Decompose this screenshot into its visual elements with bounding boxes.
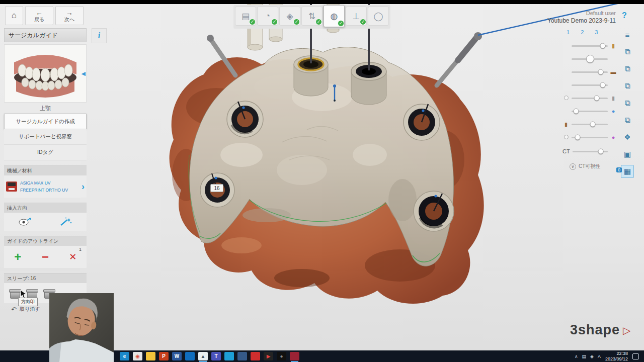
slider-knob-sleeve-height[interactable] (600, 43, 605, 49)
paint-tool-icon: ▣ (624, 150, 631, 159)
check-icon: ✓ (271, 19, 278, 25)
slider-row-sleeve-height: ▮ (562, 39, 617, 52)
ct-slider-knob[interactable] (598, 149, 604, 154)
taskbar-icon-teams[interactable]: T (211, 352, 221, 360)
preview-flip-arrow-icon[interactable]: ◀ (82, 70, 86, 77)
gray-cyl-icon: ▮ (610, 96, 617, 101)
view-direction-button[interactable] (4, 213, 45, 231)
ct-slider-track[interactable] (573, 151, 608, 152)
copy-view-1-icon: ⧉ (625, 64, 630, 73)
ct-visibility-toggle[interactable]: ∨ CT可視性 (562, 163, 617, 170)
snapshot-panel-button[interactable]: ⧉ (621, 45, 634, 58)
add-outline-button[interactable]: + (4, 251, 32, 263)
slider-track-cylinder-visibility[interactable] (572, 98, 608, 99)
slider-knob-cylinder-visibility[interactable] (594, 96, 600, 101)
3d-viewport[interactable]: 16 (87, 4, 644, 350)
paint-tool-button[interactable]: ▣ (621, 148, 634, 161)
insertion-direction-header: 挿入方向 (4, 203, 87, 213)
copy-view-4-button[interactable]: ⧉ (621, 114, 634, 127)
slider-knob-pin-length[interactable] (598, 69, 603, 75)
delete-outline-button[interactable]: ✕ 1 (59, 252, 87, 261)
next-arrow-icon: → (66, 9, 73, 16)
workflow-step-finalize[interactable]: ◯ (368, 7, 389, 26)
home-button[interactable]: ⌂ (5, 6, 23, 25)
next-button[interactable]: → 次へ (55, 6, 84, 25)
side-toolbar: ≡⧉⧉⧉⧉⧉❖▣▦0 (621, 28, 635, 182)
taskbar-icon-3shape-dental-system[interactable]: ▲ (198, 352, 208, 360)
remove-outline-button[interactable]: − (32, 251, 59, 263)
color-drop-button[interactable]: ❖ (621, 131, 634, 144)
info-button[interactable]: i (92, 28, 107, 43)
workflow-step-model-align[interactable]: ◈✓ (279, 7, 300, 26)
copy-view-2-button[interactable]: ⧉ (621, 79, 634, 93)
tray-icon-0[interactable]: ∧ (575, 354, 578, 359)
slider-track-sphere-visibility[interactable] (572, 111, 608, 112)
slider-knob-color-visibility[interactable] (575, 135, 580, 140)
taskbar-icon-chrome[interactable]: ◉ (133, 352, 142, 360)
slider-track-rod-visibility[interactable] (572, 124, 608, 125)
workflow-step-surgical-guide[interactable]: ◍✓ (324, 5, 345, 27)
slider-row-rod-visibility: ▮ (562, 118, 617, 131)
taskbar-icon-powerpoint[interactable]: P (159, 352, 169, 360)
back-button[interactable]: ← 戻る (25, 6, 53, 25)
machine-material-header: 機械／材料 (4, 165, 87, 175)
taskbar-icon-obs-studio[interactable]: ● (277, 352, 286, 360)
slider-row-model-opacity (562, 52, 617, 65)
notification-icon[interactable] (632, 353, 639, 359)
check-icon: ✓ (249, 19, 256, 25)
menu-item-create-guide[interactable]: サージカルガイドの作成 (4, 114, 87, 129)
slider-track-guide-offset[interactable] (572, 84, 608, 86)
menu-item-support-bar[interactable]: サポートバーと視界窓 (4, 129, 87, 145)
view-tab-2[interactable]: 2 (581, 29, 584, 35)
taskbar-icon-mail[interactable] (185, 352, 195, 360)
auto-direction-button[interactable] (45, 213, 87, 231)
taskbar-icon-screen-recorder[interactable] (251, 352, 260, 360)
tray-icon-2[interactable]: ◈ (590, 354, 594, 359)
implant-plan-icon: ⇅ (308, 11, 315, 22)
view-tab-3[interactable]: 3 (595, 29, 598, 35)
jaw-preview[interactable]: ◀ (4, 44, 87, 103)
slider-knob-guide-offset[interactable] (600, 82, 605, 88)
copy-view-3-button[interactable]: ⧉ (621, 97, 634, 110)
slider-knob-sphere-visibility[interactable] (573, 109, 579, 114)
taskbar-icon-photos[interactable] (237, 352, 247, 360)
slider-knob-rod-visibility[interactable] (590, 122, 595, 127)
help-button[interactable]: ? (620, 11, 629, 20)
workflow-step-order-form[interactable]: ▤✓ (235, 7, 256, 26)
radio-cylinder-visibility[interactable] (564, 96, 569, 100)
tray-icon-1[interactable]: ▤ (582, 354, 587, 359)
ct-visibility-label: CT可視性 (579, 163, 600, 170)
workflow-step-implant-plan[interactable]: ⇅✓ (301, 7, 323, 26)
sidebar-title: サージカルガイド (4, 28, 87, 42)
view-tab-1[interactable]: 1 (567, 29, 570, 35)
sleeve-header: スリーブ: 16 (4, 273, 87, 283)
menu-item-id-tag[interactable]: IDタグ (4, 145, 87, 160)
slider-row-pin-length: ▬ (562, 65, 617, 78)
workflow-step-anchor-pins[interactable]: ⊥✓ (346, 7, 367, 26)
slider-knob-model-opacity[interactable] (586, 55, 594, 63)
taskbar-icon-edge[interactable]: e (120, 352, 129, 360)
taskbar-icon-capture-app[interactable] (290, 352, 299, 360)
view-menu-button[interactable]: ≡ (621, 28, 634, 41)
radio-color-visibility[interactable] (564, 135, 569, 139)
slider-row-color-visibility: ● (562, 131, 617, 144)
slider-track-pin-length[interactable] (572, 71, 608, 73)
slider-track-color-visibility[interactable] (572, 137, 608, 138)
taskbar-icon-youtube[interactable]: ▶ (264, 352, 273, 360)
workflow-step-scan-import[interactable]: ◔✓ (257, 7, 278, 26)
machine-selector[interactable]: ASIGA MAX UV FREEPRINT ORTHO UV › (4, 175, 87, 198)
tray-icon-3[interactable]: A (598, 354, 601, 359)
presenter-video (49, 293, 114, 362)
webcam-overlay (49, 293, 114, 362)
taskbar-icon-word[interactable]: W (172, 352, 182, 360)
logo-text: 3shape (570, 322, 620, 338)
taskbar-clock[interactable]: 22:38 2023/09/12 (605, 351, 628, 361)
chevron-right-icon: › (82, 182, 85, 192)
slider-track-sleeve-height[interactable] (572, 45, 608, 47)
slider-track-model-opacity[interactable] (572, 58, 608, 60)
taskbar-icon-store[interactable] (224, 352, 234, 360)
application-window: 16 ⌂ ← 戻る → 次へ ▤✓◔✓◈✓⇅✓◍✓⊥✓◯ Default use… (0, 0, 644, 362)
copy-view-1-button[interactable]: ⧉ (621, 62, 634, 75)
notes-panel-button[interactable]: ▦0 (621, 165, 634, 178)
taskbar-icon-file-explorer[interactable] (146, 352, 155, 360)
